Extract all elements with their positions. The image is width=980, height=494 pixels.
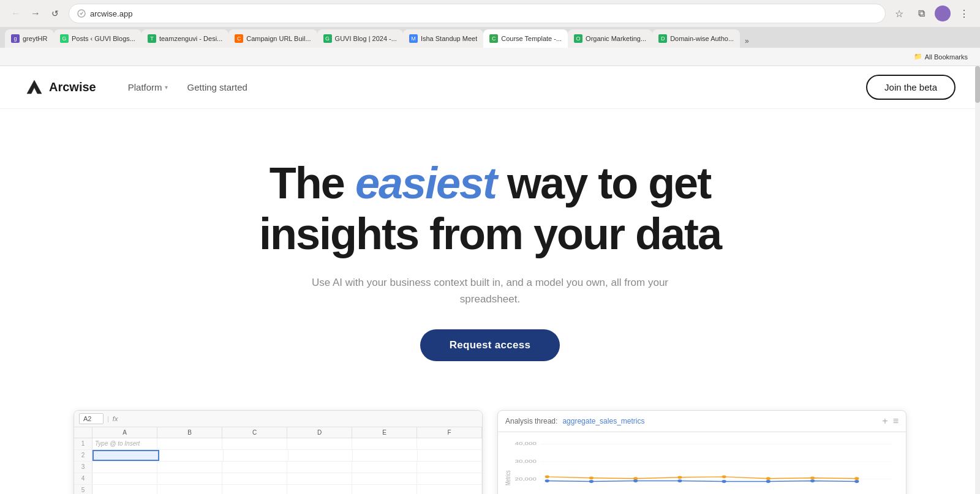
arcwise-logo-icon [24,78,44,97]
all-bookmarks-icon: 📁 [914,53,922,61]
cell-e1[interactable] [352,438,417,449]
tab-isha-standup[interactable]: M Isha Standup Meet [403,29,483,48]
spreadsheet-toolbar: A2 | fx [74,411,482,427]
address-bar[interactable]: arcwise.app [69,4,886,23]
cell-a1[interactable]: Type @ to Insert [92,438,157,449]
scrollbar-thumb[interactable] [975,66,980,103]
tab-favicon-domain: D [658,34,667,43]
page-content: Arcwise Platform ▾ Getting started Join … [0,66,980,494]
cell-b1[interactable] [157,438,222,449]
row-num-2: 2 [74,450,92,461]
tab-favicon-greyhr: g [11,34,20,43]
chart-preview: Analysis thread: aggregate_sales_metrics… [497,410,907,494]
getting-started-nav-link[interactable]: Getting started [180,77,255,97]
svg-point-24 [810,476,815,479]
svg-point-29 [677,479,682,482]
star-button[interactable]: ☆ [891,5,908,22]
chart-toolbar-actions: + ≡ [882,416,899,427]
cell-c2[interactable] [224,450,288,461]
tab-greyhr[interactable]: g greytHR [5,29,54,48]
nav-buttons: ← → ↺ [7,5,64,22]
platform-label: Platform [128,82,162,92]
svg-text:Metrics: Metrics [503,470,511,485]
spreadsheet-preview: A2 | fx A B C D E F 1 Type [74,410,483,494]
menu-button[interactable]: ⋮ [956,5,973,22]
tab-label-course: Course Template -... [501,35,562,42]
platform-nav-link[interactable]: Platform ▾ [121,77,175,97]
col-header-a: A [92,427,157,438]
spreadsheet-grid: A B C D E F 1 Type @ to Insert [74,427,482,494]
tab-label-organic: Organic Marketing... [586,35,646,42]
logo[interactable]: Arcwise [24,78,96,97]
tabs-bar: g greytHR G Posts ‹ GUVI Blogs... T team… [0,27,980,48]
hero-title-highlight: easiest [355,159,496,208]
table-row: 3 [74,462,482,473]
svg-point-26 [545,479,549,482]
navbar: Arcwise Platform ▾ Getting started Join … [0,66,980,109]
logo-text: Arcwise [49,80,96,94]
svg-text:40,000: 40,000 [515,441,537,446]
chart-area: 40,000 30,000 20,000 10,000 Metrics 2022… [498,432,906,494]
tab-label-domain: Domain-wise Autho... [670,35,734,42]
tab-organic-marketing[interactable]: O Organic Marketing... [568,29,652,48]
tab-favicon-guvi-blogs: G [60,34,69,43]
preview-section: A2 | fx A B C D E F 1 Type [0,386,980,494]
chart-thread-name: aggregate_sales_metrics [562,417,644,425]
chart-add-button[interactable]: + [882,416,888,427]
tab-campaign-url[interactable]: C Campaign URL Buil... [228,29,317,48]
col-header-c: C [222,427,287,438]
hero-title: The easiest way to get insights from you… [259,158,721,260]
cell-f2[interactable] [418,450,483,461]
svg-point-22 [722,475,726,478]
table-row: 2 [74,450,482,462]
tabs-overflow-button[interactable]: » [740,34,754,48]
svg-point-23 [766,477,771,480]
tab-guvi-blog-2024[interactable]: G GUVI Blog | 2024 -... [317,29,403,48]
svg-point-28 [633,479,638,482]
tab-favicon-campaign: C [235,34,243,43]
cell-c1[interactable] [222,438,287,449]
svg-point-31 [766,480,771,483]
table-row: 5 [74,485,482,494]
scrollbar[interactable] [975,66,980,494]
hero-title-part1: The [270,159,355,208]
col-header-e: E [352,427,417,438]
svg-text:20,000: 20,000 [515,476,537,482]
platform-chevron-icon: ▾ [165,84,168,91]
tab-guvi-blogs[interactable]: G Posts ‹ GUVI Blogs... [54,29,141,48]
profile-button[interactable] [935,6,951,21]
tab-label-guvi-blogs: Posts ‹ GUVI Blogs... [72,35,135,42]
browser-toolbar: ← → ↺ arcwise.app ☆ ⧉ ⋮ [0,0,980,27]
tab-teamzenguvi[interactable]: T teamzenguvi - Desi... [141,29,228,48]
cell-d1[interactable] [287,438,352,449]
cell-d2[interactable] [288,450,353,461]
tab-domain-wise[interactable]: D Domain-wise Autho... [652,29,740,48]
tab-course-template[interactable]: C Course Template -... [483,29,568,48]
request-access-button[interactable]: Request access [420,329,560,361]
cell-a2[interactable] [92,450,159,461]
url-text: arcwise.app [90,9,878,18]
col-header-d: D [287,427,352,438]
forward-button[interactable]: → [27,5,44,22]
tab-label-isha: Isha Standup Meet [421,35,477,42]
hero-title-line2: insights from your data [259,209,721,258]
all-bookmarks-label: All Bookmarks [925,53,968,61]
svg-point-30 [722,480,726,483]
join-beta-button[interactable]: Join the beta [866,75,956,100]
reload-button[interactable]: ↺ [47,5,64,22]
chart-menu-button[interactable]: ≡ [893,416,899,427]
cell-reference: A2 [79,413,104,424]
all-bookmarks-button[interactable]: 📁 All Bookmarks [909,51,973,62]
browser-chrome: ← → ↺ arcwise.app ☆ ⧉ ⋮ g greytHR G Post… [0,0,980,66]
hero-title-part2: way to get [496,159,710,208]
column-headers: A B C D E F [74,427,482,438]
tab-favicon-teamzenguvi: T [148,34,156,43]
tab-label-guvi-2024: GUVI Blog | 2024 -... [335,35,397,42]
extensions-button[interactable]: ⧉ [913,5,930,22]
chart-svg: 40,000 30,000 20,000 10,000 Metrics 2022… [503,437,901,494]
cell-e2[interactable] [353,450,418,461]
cell-f1[interactable] [417,438,482,449]
back-button[interactable]: ← [7,5,24,22]
cell-b2[interactable] [159,450,224,461]
col-header-f: F [417,427,482,438]
